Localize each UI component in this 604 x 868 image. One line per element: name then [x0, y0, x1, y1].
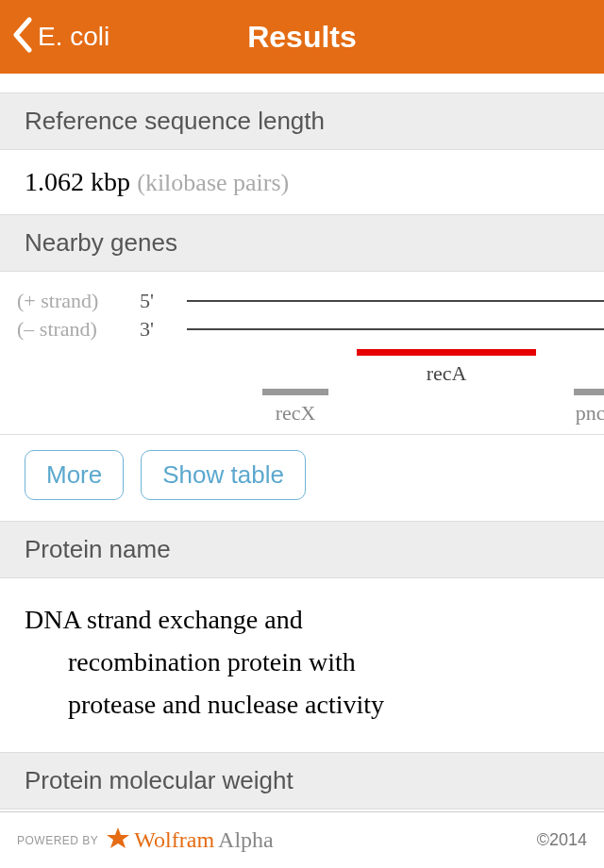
plus-strand-row: (+ strand) 5'	[17, 287, 604, 315]
copyright-label: ©2014	[537, 830, 587, 850]
show-table-button[interactable]: Show table	[141, 450, 306, 500]
back-label: E. coli	[38, 22, 109, 52]
powered-by-label: POWERED BY	[17, 834, 98, 847]
protein-name-value: DNA strand exchange and recombination pr…	[0, 578, 604, 752]
minus-strand-label: (– strand)	[17, 317, 140, 342]
genes-track: recA recX pncC	[187, 349, 604, 434]
minus-strand-line	[187, 328, 604, 330]
wolfram-brand-sub: Alpha	[218, 827, 274, 853]
protein-line3: protease and nuclease activity	[25, 684, 579, 726]
gene-recA-label: recA	[357, 361, 536, 386]
gene-recA-bar	[357, 349, 536, 356]
gene-pncC: pncC	[574, 389, 604, 426]
chevron-left-icon	[11, 17, 32, 57]
gene-pncC-label: pncC	[574, 401, 604, 426]
svg-marker-0	[107, 827, 129, 848]
wolfram-logo[interactable]: WolframAlpha	[106, 826, 273, 855]
wolfram-brand-main: Wolfram	[134, 827, 214, 853]
powered-by-group: POWERED BY WolframAlpha	[17, 826, 274, 855]
ref-seq-value: 1.062 kbp	[25, 167, 130, 196]
more-button[interactable]: More	[25, 450, 124, 500]
minus-strand-row: (– strand) 3'	[17, 315, 604, 343]
gene-recX: recX	[262, 389, 328, 426]
section-body-ref-seq: 1.062 kbp (kilobase pairs)	[0, 150, 604, 214]
app-header: E. coli Results	[0, 0, 604, 74]
gene-recX-bar	[262, 389, 328, 395]
protein-line2: recombination protein with	[25, 642, 579, 684]
page-title: Results	[247, 20, 357, 55]
section-header-protein-weight: Protein molecular weight	[0, 752, 604, 810]
section-header-nearby-genes: Nearby genes	[0, 214, 604, 272]
plus-strand-label: (+ strand)	[17, 289, 140, 313]
gene-pncC-bar	[574, 389, 604, 395]
protein-line1: DNA strand exchange and	[25, 605, 303, 634]
plus-strand-line	[187, 300, 604, 302]
wolfram-star-icon	[106, 826, 130, 855]
ref-seq-unit: (kilobase pairs)	[137, 169, 289, 196]
section-header-ref-seq: Reference sequence length	[0, 92, 604, 150]
gene-recA: recA	[357, 349, 536, 386]
five-prime-label: 5'	[140, 289, 187, 313]
back-button[interactable]: E. coli	[11, 17, 109, 57]
section-header-protein-name: Protein name	[0, 521, 604, 578]
genes-action-row: More Show table	[0, 435, 604, 521]
gene-recX-label: recX	[262, 401, 328, 426]
three-prime-label: 3'	[140, 317, 187, 342]
footer: POWERED BY WolframAlpha ©2014	[0, 811, 604, 868]
genes-diagram: (+ strand) 5' (– strand) 3' recA recX pn…	[0, 272, 604, 435]
